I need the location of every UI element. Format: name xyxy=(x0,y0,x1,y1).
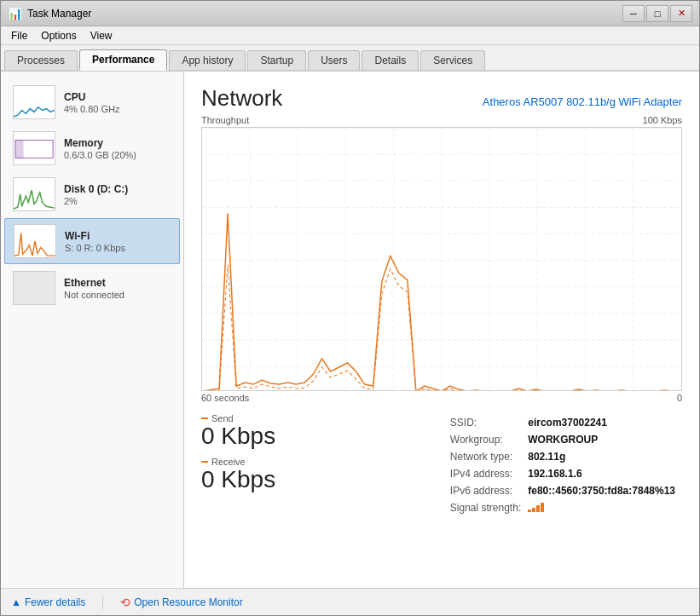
disk-info: Disk 0 (D: C:) 2% xyxy=(64,183,171,206)
ipv4-row: IPv4 address: 192.168.1.6 xyxy=(450,466,680,481)
receive-label: Receive xyxy=(201,457,304,467)
ethernet-thumbnail xyxy=(13,271,55,305)
ethernet-info: Ethernet Not connected xyxy=(64,277,171,300)
sidebar-item-ethernet[interactable]: Ethernet Not connected xyxy=(4,266,180,310)
ipv4-label: IPv4 address: xyxy=(450,466,526,481)
signal-bar-1 xyxy=(528,509,531,512)
tab-users[interactable]: Users xyxy=(308,50,360,70)
memory-thumbnail xyxy=(13,131,55,165)
receive-block: Receive 0 Kbps xyxy=(201,457,304,493)
resource-monitor-icon: ⟲ xyxy=(120,596,130,609)
network-type-value: 802.11g xyxy=(528,449,680,464)
menu-options[interactable]: Options xyxy=(34,28,83,43)
fewer-details-link[interactable]: ▲ Fewer details xyxy=(11,596,85,608)
cpu-stat: 4% 0.80 GHz xyxy=(64,104,171,114)
stats-row: Send 0 Kbps Receive 0 Kbps SSID: eircom3… xyxy=(201,413,682,518)
cpu-name: CPU xyxy=(64,91,171,103)
wifi-stat: S: 0 R: 0 Kbps xyxy=(65,243,171,253)
tab-startup[interactable]: Startup xyxy=(247,50,306,70)
tab-processes[interactable]: Processes xyxy=(4,50,78,70)
menu-file[interactable]: File xyxy=(4,28,34,43)
wifi-info: Wi-Fi S: 0 R: 0 Kbps xyxy=(65,230,171,253)
detail-title: Network xyxy=(201,85,282,112)
task-manager-window: 📊 Task Manager ─ □ ✕ File Options View P… xyxy=(0,0,700,616)
memory-info: Memory 0.6/3.0 GB (20%) xyxy=(64,137,171,160)
cpu-thumbnail xyxy=(13,85,55,119)
maximize-button[interactable]: □ xyxy=(646,5,668,22)
svg-rect-6 xyxy=(14,272,55,304)
menu-view[interactable]: View xyxy=(84,28,119,43)
disk-thumbnail xyxy=(13,177,55,211)
sidebar-item-memory[interactable]: Memory 0.6/3.0 GB (20%) xyxy=(4,126,180,170)
send-value: 0 Kbps xyxy=(201,423,304,450)
tab-app-history[interactable]: App history xyxy=(169,50,246,70)
minimize-button[interactable]: ─ xyxy=(622,5,645,22)
ethernet-stat: Not connected xyxy=(64,290,171,300)
signal-bar-4 xyxy=(541,503,544,512)
title-bar-text: Task Manager xyxy=(27,8,91,20)
throughput-label: Throughput xyxy=(201,115,249,125)
chart-time-row: 60 seconds 0 xyxy=(201,393,682,403)
sidebar-item-cpu[interactable]: CPU 4% 0.80 GHz xyxy=(4,80,180,124)
tab-services[interactable]: Services xyxy=(420,50,485,70)
chart-time-end: 0 xyxy=(677,393,682,403)
ipv6-value: fe80::4560:3750:fd8a:7848%13 xyxy=(528,483,680,498)
wifi-thumbnail xyxy=(14,224,56,258)
memory-stat: 0.6/3.0 GB (20%) xyxy=(64,150,171,160)
ssid-row: SSID: eircom37002241 xyxy=(450,415,680,430)
signal-label: Signal strength: xyxy=(450,500,526,516)
title-bar-icon: 📊 xyxy=(8,7,22,20)
bottom-divider xyxy=(102,596,103,609)
disk-name: Disk 0 (D: C:) xyxy=(64,183,171,195)
workgroup-label: Workgroup: xyxy=(450,432,526,447)
tabbar: Processes Performance App history Startu… xyxy=(1,45,699,72)
ipv6-row: IPv6 address: fe80::4560:3750:fd8a:7848%… xyxy=(450,483,680,498)
menubar: File Options View xyxy=(1,26,699,45)
send-block: Send 0 Kbps xyxy=(201,413,304,450)
wifi-name: Wi-Fi xyxy=(65,230,171,242)
signal-bar-3 xyxy=(536,505,540,512)
chart-time-start: 60 seconds xyxy=(201,393,249,403)
ssid-label: SSID: xyxy=(450,415,526,430)
network-chart xyxy=(201,127,682,391)
detail-panel: Network Atheros AR5007 802.11b/g WiFi Ad… xyxy=(184,72,699,588)
detail-header: Network Atheros AR5007 802.11b/g WiFi Ad… xyxy=(201,85,682,112)
main-content: CPU 4% 0.80 GHz Memory 0.6/3.0 GB (20%) xyxy=(1,72,699,588)
network-info-table: SSID: eircom37002241 Workgroup: WORKGROU… xyxy=(448,413,682,518)
open-resource-monitor-label: Open Resource Monitor xyxy=(134,596,242,608)
ipv4-value: 192.168.1.6 xyxy=(528,466,680,481)
ssid-value: eircom37002241 xyxy=(528,415,680,430)
bottom-bar: ▲ Fewer details ⟲ Open Resource Monitor xyxy=(1,588,699,615)
open-resource-monitor-link[interactable]: ⟲ Open Resource Monitor xyxy=(120,596,242,609)
memory-name: Memory xyxy=(64,137,171,149)
workgroup-row: Workgroup: WORKGROUP xyxy=(450,432,680,447)
tab-performance[interactable]: Performance xyxy=(79,49,167,71)
signal-row: Signal strength: xyxy=(450,500,680,516)
network-type-row: Network type: 802.11g xyxy=(450,449,680,464)
fewer-details-label: Fewer details xyxy=(25,596,85,608)
send-receive-block: Send 0 Kbps Receive 0 Kbps xyxy=(201,413,304,518)
max-label: 100 Kbps xyxy=(643,115,682,125)
fewer-details-icon: ▲ xyxy=(11,596,21,608)
svg-rect-3 xyxy=(15,141,24,158)
workgroup-value: WORKGROUP xyxy=(528,432,680,447)
cpu-info: CPU 4% 0.80 GHz xyxy=(64,91,171,114)
signal-bar-2 xyxy=(532,508,535,512)
receive-value: 0 Kbps xyxy=(201,467,304,493)
ipv6-label: IPv6 address: xyxy=(450,483,526,498)
tab-details[interactable]: Details xyxy=(362,50,419,70)
detail-adapter: Atheros AR5007 802.11b/g WiFi Adapter xyxy=(483,95,682,108)
window-controls: ─ □ ✕ xyxy=(622,5,692,22)
sidebar-item-disk[interactable]: Disk 0 (D: C:) 2% xyxy=(4,172,180,216)
signal-strength-bars xyxy=(528,502,544,512)
close-button[interactable]: ✕ xyxy=(670,5,692,22)
title-bar: 📊 Task Manager ─ □ ✕ xyxy=(1,1,699,26)
disk-stat: 2% xyxy=(64,196,171,206)
ethernet-name: Ethernet xyxy=(64,277,171,289)
signal-value xyxy=(528,500,680,516)
sidebar: CPU 4% 0.80 GHz Memory 0.6/3.0 GB (20%) xyxy=(1,72,184,588)
sidebar-item-wifi[interactable]: Wi-Fi S: 0 R: 0 Kbps xyxy=(4,218,180,264)
network-type-label: Network type: xyxy=(450,449,526,464)
chart-label-row: Throughput 100 Kbps xyxy=(201,115,682,125)
